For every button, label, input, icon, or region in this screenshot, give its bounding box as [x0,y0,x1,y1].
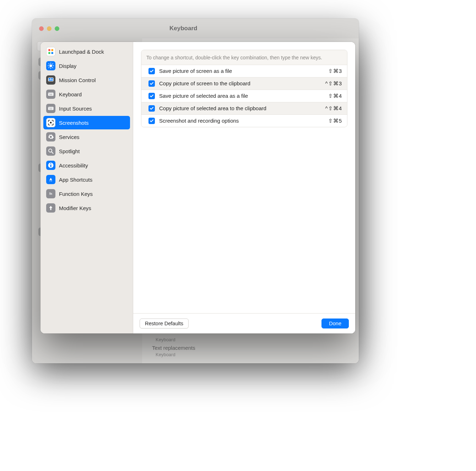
category-appshortcuts[interactable]: App Shortcuts [43,173,130,186]
launchpad-icon [46,47,55,56]
keyboard-section-label-2: Keyboard [156,352,175,357]
shortcut-keys[interactable]: ⇧⌘5 [328,118,342,124]
shortcut-label: Save picture of screen as a file [159,68,324,74]
keyboard-icon [46,90,55,99]
category-label: Accessibility [59,162,88,168]
category-label: Input Sources [59,106,92,112]
category-mission[interactable]: Mission Control [43,73,130,87]
close-window-button[interactable] [39,26,44,31]
done-button[interactable]: Done [321,319,349,328]
category-label: Services [59,134,80,140]
panel-hint: To change a shortcut, double-click the k… [141,50,347,65]
category-accessibility[interactable]: Accessibility [43,159,130,172]
window-controls [39,26,59,31]
shortcut-row[interactable]: Screenshot and recording options⇧⌘5 [141,114,347,127]
mission-control-icon [46,75,55,85]
category-display[interactable]: Display [43,59,130,73]
spotlight-icon [46,146,55,156]
zoom-window-button[interactable] [55,26,59,31]
category-label: Display [59,63,76,69]
text-replacements-label: Text replacements [152,345,195,351]
minimize-window-button[interactable] [47,26,52,31]
shortcuts-panel: To change a shortcut, double-click the k… [141,50,347,127]
titlebar: Keyboard [32,18,359,38]
accessibility-icon [46,161,55,170]
category-label: Mission Control [59,77,96,83]
shortcut-category-list: Launchpad & DockDisplayMission ControlKe… [40,42,133,333]
shortcut-checkbox[interactable] [148,118,155,124]
category-modifierkeys[interactable]: Modifier Keys [43,201,130,215]
shortcut-checkbox[interactable] [148,68,155,74]
category-services[interactable]: Services [43,130,130,144]
category-screenshots[interactable]: Screenshots [43,116,130,129]
shortcut-keys[interactable]: ⇧⌘3 [328,68,342,74]
category-label: Screenshots [59,120,88,126]
category-label: Keyboard [59,91,82,97]
shortcut-checkbox[interactable] [148,93,155,99]
category-keyboard[interactable]: Keyboard [43,87,130,101]
keyboard-section-label: Keyboard [156,337,175,342]
input-sources-icon [46,104,55,113]
shortcuts-sheet: Launchpad & DockDisplayMission ControlKe… [40,42,355,333]
category-label: App Shortcuts [59,177,92,183]
category-label: Function Keys [59,191,93,197]
shortcut-label: Screenshot and recording options [159,118,324,124]
function-keys-icon [46,189,55,198]
restore-defaults-button[interactable]: Restore Defaults [140,319,189,328]
shortcut-label: Copy picture of selected area to the cli… [159,105,321,111]
services-icon [46,132,55,141]
modifier-keys-icon [46,203,55,213]
category-functionkeys[interactable]: Function Keys [43,187,130,200]
shortcut-checkbox[interactable] [148,80,155,87]
shortcut-row[interactable]: Copy picture of screen to the clipboard^… [141,77,347,90]
category-label: Modifier Keys [59,205,91,211]
shortcut-row[interactable]: Copy picture of selected area to the cli… [141,102,347,114]
screenshots-icon [46,118,55,127]
category-spotlight[interactable]: Spotlight [43,144,130,158]
display-icon [46,61,55,70]
category-label: Launchpad & Dock [59,49,104,55]
shortcut-keys[interactable]: ^⇧⌘3 [325,80,342,87]
category-input[interactable]: Input Sources [43,102,130,115]
category-launchpad[interactable]: Launchpad & Dock [43,45,130,58]
category-label: Spotlight [59,148,80,154]
shortcut-label: Save picture of selected area as a file [159,93,324,99]
shortcut-row[interactable]: Save picture of selected area as a file⇧… [141,90,347,102]
shortcut-row[interactable]: Save picture of screen as a file⇧⌘3 [141,65,347,77]
shortcut-checkbox[interactable] [148,105,155,112]
app-shortcuts-icon [46,175,55,184]
shortcut-keys[interactable]: ^⇧⌘4 [325,105,342,112]
shortcut-keys[interactable]: ⇧⌘4 [328,93,342,99]
shortcut-label: Copy picture of screen to the clipboard [159,80,321,86]
page-title: Keyboard [169,25,197,32]
